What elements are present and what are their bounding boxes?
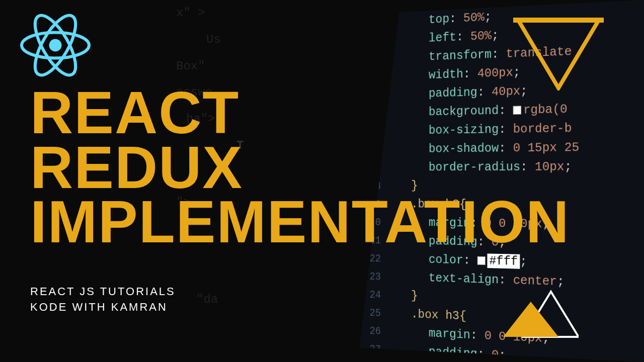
title-line-2: REDUX [30,140,570,195]
subtitle-line-1: REACT JS TUTORIALS [30,284,176,300]
svg-point-0 [49,39,62,52]
triangle-decoration-top-icon [513,15,604,90]
svg-marker-4 [518,20,599,88]
title-line-3: IMPLEMENTATION [30,195,570,249]
title-line-1: REACT [30,85,570,140]
svg-marker-7 [503,302,558,337]
subtitle: REACT JS TUTORIALS KODE WITH KAMRAN [30,284,176,315]
triangle-decoration-bottom-icon [503,287,579,342]
react-logo-icon [20,10,91,80]
subtitle-line-2: KODE WITH KAMRAN [30,300,176,315]
main-title: REACT REDUX IMPLEMENTATION [30,85,570,249]
